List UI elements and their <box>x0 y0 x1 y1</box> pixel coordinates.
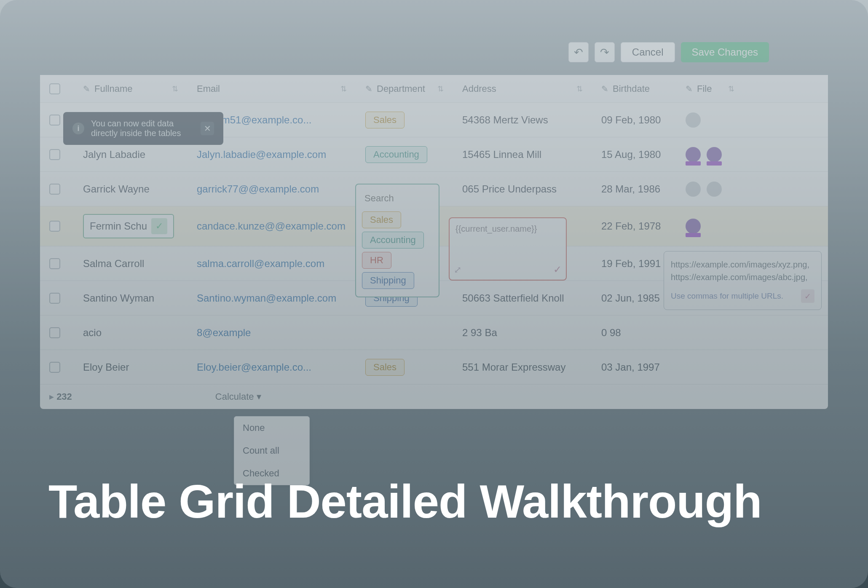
col-email[interactable]: Email <box>197 83 220 94</box>
avatar <box>686 182 701 197</box>
cell-birthdate[interactable]: 15 Aug, 1980 <box>592 141 676 168</box>
row-checkbox[interactable] <box>49 149 60 160</box>
dept-search-input[interactable] <box>360 189 434 208</box>
cell-name[interactable]: Jalyn Labadie <box>74 141 188 168</box>
pencil-icon: ✎ <box>83 84 90 94</box>
row-checkbox[interactable] <box>49 258 60 269</box>
pencil-icon: ✎ <box>686 84 693 94</box>
data-table: i You can now edit data directly inside … <box>40 75 828 409</box>
calculate-button[interactable]: Calculate ▾ <box>215 391 261 402</box>
col-birthdate[interactable]: Birthdate <box>613 83 650 94</box>
dept-pill[interactable]: Accounting <box>365 146 427 163</box>
cell-birthdate[interactable]: 0 98 <box>592 319 676 346</box>
sort-icon[interactable]: ⇅ <box>437 84 444 94</box>
email-link[interactable]: Santino.wyman@example.com <box>197 292 336 304</box>
info-icon: i <box>72 123 84 134</box>
avatar <box>707 182 722 197</box>
confirm-icon[interactable]: ✓ <box>553 264 562 275</box>
cell-address[interactable]: 065 Price Underpass <box>453 176 592 203</box>
file-badge <box>686 219 701 234</box>
confirm-icon[interactable]: ✓ <box>801 289 814 303</box>
cell-address[interactable]: 2 93 Ba <box>453 319 592 346</box>
table-row: Eloy Beier Eloy.beier@example.co... Sale… <box>40 350 828 385</box>
cell-birthdate[interactable]: 28 Mar, 1986 <box>592 176 676 203</box>
row-checkbox[interactable] <box>49 184 60 195</box>
cell-birthdate[interactable]: 03 Jan, 1997 <box>592 354 676 381</box>
cell-name[interactable]: Eloy Beier <box>74 354 188 381</box>
cell-birthdate[interactable]: 22 Feb, 1978 <box>592 213 676 240</box>
expand-icon[interactable]: ⤢ <box>454 265 461 275</box>
cell-name[interactable]: Salma Carroll <box>74 250 188 277</box>
dept-option[interactable]: Accounting <box>362 232 424 249</box>
cell-name[interactable]: Garrick Wayne <box>74 176 188 203</box>
cell-address[interactable]: 15465 Linnea Mill <box>453 141 592 168</box>
file-badge <box>686 147 701 162</box>
sort-icon[interactable]: ⇅ <box>728 84 734 94</box>
pencil-icon: ✎ <box>601 84 608 94</box>
cell-birthdate[interactable]: 09 Feb, 1980 <box>592 107 676 134</box>
email-link[interactable]: Eloy.beier@example.co... <box>197 361 311 373</box>
email-link[interactable]: salma.carroll@example.com <box>197 258 324 270</box>
cell-address[interactable]: 551 Morar Expressway <box>453 354 592 381</box>
cancel-button[interactable]: Cancel <box>621 42 675 62</box>
dept-pill[interactable]: Sales <box>365 359 405 376</box>
col-fullname[interactable]: Fullname <box>94 83 132 94</box>
dept-pill[interactable]: Sales <box>365 112 405 128</box>
address-editor[interactable]: {{current_user.name}} ⤢ ✓ <box>449 217 567 281</box>
row-checkbox[interactable] <box>49 115 60 126</box>
col-address[interactable]: Address <box>462 83 496 94</box>
table-header: ✎Fullname⇅ Email⇅ ✎Department⇅ Address⇅ … <box>40 75 828 103</box>
table-footer: ▸ 232 Calculate ▾ <box>40 385 828 409</box>
select-all-checkbox[interactable] <box>49 83 60 94</box>
sort-icon[interactable]: ⇅ <box>172 84 178 94</box>
calc-option[interactable]: Count all <box>234 439 309 462</box>
department-dropdown: Sales Accounting HR Shipping <box>355 184 439 297</box>
name-editor[interactable]: Fermin Schu✓ <box>83 214 174 238</box>
file-badge <box>707 147 722 162</box>
sort-icon[interactable]: ⇅ <box>576 84 583 94</box>
dept-option[interactable]: HR <box>362 252 391 269</box>
row-checkbox[interactable] <box>49 327 60 338</box>
file-url-editor[interactable]: https://example.com/images/xyz.png, http… <box>664 251 822 310</box>
sort-icon[interactable]: ⇅ <box>340 84 347 94</box>
table-row: acio 8@example 2 93 Ba 0 98 <box>40 315 828 350</box>
hero-title: Table Grid Detailed Walkthrough <box>48 475 762 529</box>
save-button[interactable]: Save Changes <box>681 42 769 62</box>
cell-name[interactable]: acio <box>74 319 188 346</box>
close-icon[interactable]: ✕ <box>201 122 214 135</box>
email-link[interactable]: garrick77@@example.com <box>197 183 319 195</box>
edit-tooltip: i You can now edit data directly inside … <box>63 112 223 145</box>
pencil-icon: ✎ <box>365 84 372 94</box>
calc-option[interactable]: None <box>234 417 309 439</box>
avatar <box>686 112 701 128</box>
undo-button[interactable]: ↶ <box>568 42 589 62</box>
cell-address[interactable]: 54368 Mertz Views <box>453 107 592 134</box>
cell-name[interactable]: Santino Wyman <box>74 285 188 312</box>
address-value: {{current_user.name}} <box>455 224 560 234</box>
toolbar: ↶ ↷ Cancel Save Changes <box>40 42 828 62</box>
file-hint: Use commas for multiple URLs. <box>671 291 783 301</box>
confirm-icon[interactable]: ✓ <box>151 218 167 234</box>
file-urls: https://example.com/images/xyz.png, http… <box>671 258 814 283</box>
cell-address[interactable]: 50663 Satterfield Knoll <box>453 285 592 312</box>
row-checkbox[interactable] <box>49 221 60 232</box>
redo-button[interactable]: ↷ <box>595 42 615 62</box>
tooltip-text: You can now edit data directly inside th… <box>91 119 194 138</box>
email-link[interactable]: candace.kunze@@example.com <box>197 220 346 232</box>
dept-option[interactable]: Shipping <box>362 272 414 289</box>
row-checkbox[interactable] <box>49 362 60 373</box>
dept-option[interactable]: Sales <box>362 211 401 228</box>
email-link[interactable]: 8@example <box>197 327 251 339</box>
email-link[interactable]: Jalyn.labadie@example.com <box>197 149 326 160</box>
col-file[interactable]: File <box>697 83 712 94</box>
row-count: ▸ 232 <box>49 391 72 402</box>
row-checkbox[interactable] <box>49 293 60 304</box>
col-department[interactable]: Department <box>377 83 425 94</box>
